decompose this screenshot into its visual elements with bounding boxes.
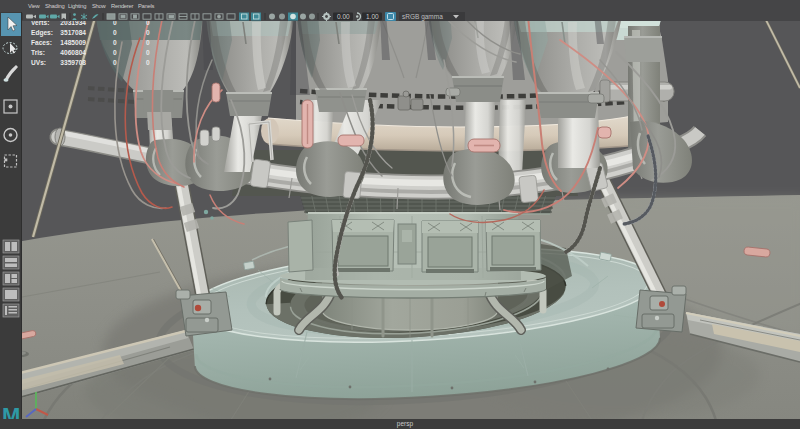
svg-text:0.00: 0.00 <box>337 13 350 20</box>
svg-text:1.00: 1.00 <box>366 13 379 20</box>
svg-text:sRGB gamma: sRGB gamma <box>402 13 443 21</box>
svg-text:M: M <box>2 403 20 419</box>
